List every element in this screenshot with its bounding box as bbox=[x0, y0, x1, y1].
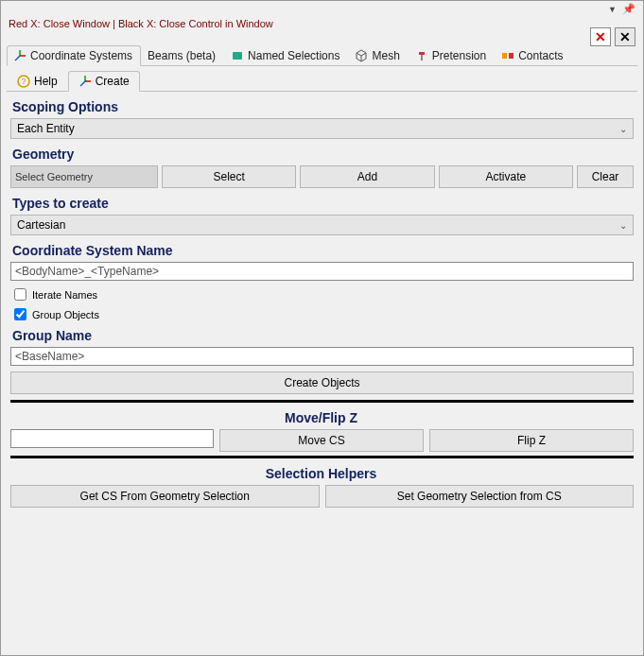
group-objects-row[interactable]: Group Objects bbox=[14, 308, 634, 320]
group-name-input[interactable] bbox=[10, 347, 634, 366]
subtab-label: Help bbox=[34, 75, 58, 88]
group-objects-label: Group Objects bbox=[32, 309, 99, 320]
named-selection-icon bbox=[231, 49, 244, 62]
heading-geometry: Geometry bbox=[12, 147, 635, 162]
scoping-combo[interactable]: Each Entity ⌄ bbox=[10, 118, 634, 139]
move-cs-input[interactable] bbox=[10, 429, 214, 448]
scoping-value: Each Entity bbox=[17, 122, 75, 135]
main-tabstrip: Coordinate Systems Beams (beta) Named Se… bbox=[7, 41, 637, 66]
svg-rect-3 bbox=[233, 52, 242, 60]
moveflip-row: Move CS Flip Z bbox=[10, 429, 634, 452]
dropdown-icon[interactable]: ▼ bbox=[608, 5, 617, 14]
heading-selection-helpers: Selection Helpers bbox=[7, 466, 635, 481]
tab-label: Mesh bbox=[372, 49, 399, 62]
tab-label: Beams (beta) bbox=[148, 49, 216, 62]
svg-rect-4 bbox=[419, 52, 425, 55]
tab-pretension[interactable]: Pretension bbox=[409, 45, 495, 65]
heading-group-name: Group Name bbox=[12, 328, 635, 343]
tab-named-selections[interactable]: Named Selections bbox=[224, 45, 348, 65]
svg-rect-7 bbox=[509, 53, 513, 59]
pin-icon[interactable]: 📌 bbox=[622, 3, 635, 15]
iterate-names-row[interactable]: Iterate Names bbox=[14, 288, 634, 301]
pretension-icon bbox=[415, 49, 428, 62]
geometry-row: Select Geometry Select Add Activate Clea… bbox=[10, 165, 634, 188]
svg-rect-6 bbox=[502, 53, 507, 59]
svg-line-12 bbox=[80, 81, 85, 86]
geometry-label: Select Geometry bbox=[10, 165, 158, 188]
close-hint-text: Red X: Close Window | Black X: Close Con… bbox=[9, 18, 637, 29]
helpers-row: Get CS From Geometry Selection Set Geome… bbox=[10, 485, 634, 508]
titlebar-icons: ▼ 📌 bbox=[608, 3, 635, 15]
clear-button[interactable]: Clear bbox=[577, 165, 634, 188]
help-icon: ? bbox=[17, 75, 30, 88]
flip-z-button[interactable]: Flip Z bbox=[429, 429, 634, 452]
create-objects-button[interactable]: Create Objects bbox=[10, 371, 634, 394]
tab-label: Contacts bbox=[518, 49, 563, 62]
svg-line-2 bbox=[15, 56, 20, 60]
heading-moveflip: Move/Flip Z bbox=[7, 410, 635, 425]
separator bbox=[10, 400, 634, 403]
cs-name-input[interactable] bbox=[10, 262, 634, 281]
subtab-create[interactable]: Create bbox=[68, 71, 140, 92]
tool-window: ▼ 📌 Red X: Close Window | Black X: Close… bbox=[0, 0, 644, 656]
tab-label: Named Selections bbox=[248, 49, 339, 62]
set-selection-from-cs-button[interactable]: Set Geometry Selection from CS bbox=[325, 485, 635, 508]
close-control-button[interactable]: ✕ bbox=[615, 27, 635, 46]
chevron-down-icon: ⌄ bbox=[619, 220, 627, 231]
heading-scoping-options: Scoping Options bbox=[12, 99, 635, 114]
chevron-down-icon: ⌄ bbox=[619, 124, 627, 134]
iterate-names-label: Iterate Names bbox=[32, 289, 97, 301]
sub-tabstrip: ? Help Create bbox=[7, 68, 637, 92]
svg-text:?: ? bbox=[21, 77, 26, 86]
separator bbox=[10, 456, 634, 458]
axes-icon bbox=[13, 49, 26, 62]
tab-coordinate-systems[interactable]: Coordinate Systems bbox=[7, 45, 141, 66]
subtab-help[interactable]: ? Help bbox=[7, 71, 68, 91]
tab-contacts[interactable]: Contacts bbox=[495, 45, 571, 65]
add-button[interactable]: Add bbox=[300, 165, 434, 188]
close-window-button[interactable]: ✕ bbox=[590, 27, 611, 46]
contacts-icon bbox=[501, 49, 514, 62]
mesh-icon bbox=[355, 49, 368, 62]
types-value: Cartesian bbox=[17, 218, 65, 232]
move-cs-button[interactable]: Move CS bbox=[219, 429, 424, 452]
axes-icon bbox=[78, 75, 92, 88]
get-cs-from-selection-button[interactable]: Get CS From Geometry Selection bbox=[10, 485, 320, 508]
tab-mesh[interactable]: Mesh bbox=[348, 45, 408, 65]
iterate-names-checkbox[interactable] bbox=[14, 288, 26, 301]
tab-label: Pretension bbox=[432, 49, 486, 62]
activate-button[interactable]: Activate bbox=[439, 165, 573, 188]
close-buttons: ✕ ✕ bbox=[590, 27, 635, 46]
select-button[interactable]: Select bbox=[162, 165, 296, 188]
heading-types: Types to create bbox=[12, 196, 635, 211]
types-combo[interactable]: Cartesian ⌄ bbox=[10, 215, 634, 235]
svg-rect-5 bbox=[421, 55, 423, 60]
heading-cs-name: Coordinate System Name bbox=[12, 243, 635, 258]
tab-label: Coordinate Systems bbox=[30, 49, 132, 62]
tab-beams[interactable]: Beams (beta) bbox=[141, 45, 224, 65]
subtab-label: Create bbox=[96, 75, 130, 88]
group-objects-checkbox[interactable] bbox=[14, 308, 26, 320]
